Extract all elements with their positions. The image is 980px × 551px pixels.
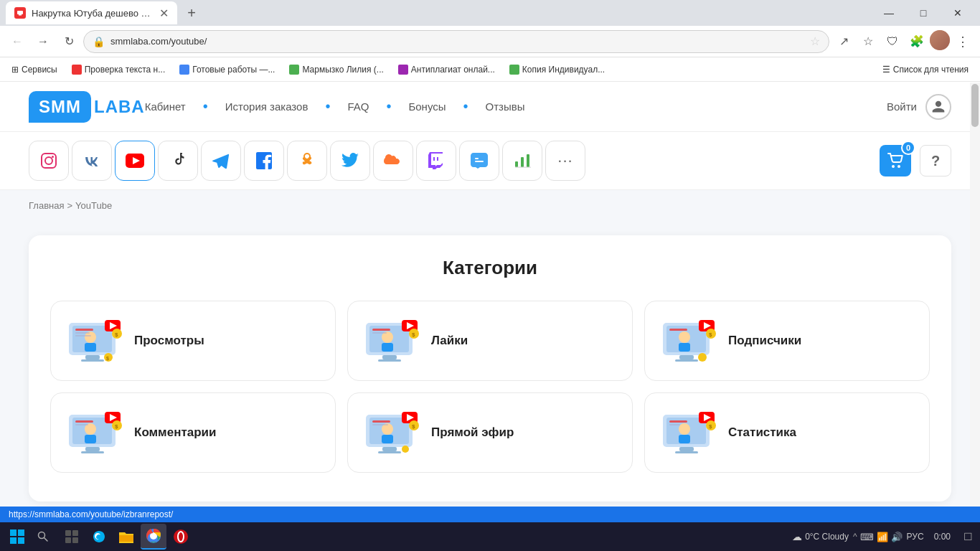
social-tiktok-button[interactable] bbox=[158, 141, 198, 181]
navigation-bar: ← → ↻ 🔒 smmlaba.com/youtube/ ☆ ↗ ☆ 🛡 🧩 ⋮ bbox=[0, 26, 980, 57]
social-ok-button[interactable] bbox=[287, 141, 327, 181]
extensions-icon[interactable]: 🧩 bbox=[905, 30, 928, 53]
category-subscribers[interactable]: $ Подписчики bbox=[644, 301, 930, 381]
svg-rect-86 bbox=[669, 420, 687, 423]
social-telegram-button[interactable] bbox=[201, 141, 241, 181]
taskbar-chrome-icon[interactable] bbox=[141, 524, 166, 550]
systray-chevron[interactable]: ^ bbox=[853, 532, 857, 542]
bookmark-kopiya[interactable]: Копия Индивидуал... bbox=[504, 62, 611, 77]
share-icon[interactable]: ↗ bbox=[832, 30, 855, 53]
taskbar-weather[interactable]: ☁ 0°C Cloudy bbox=[792, 531, 849, 542]
social-twitter-button[interactable] bbox=[330, 141, 370, 181]
scrollbar-thumb[interactable] bbox=[971, 84, 979, 127]
social-instagram-button[interactable] bbox=[29, 141, 69, 181]
taskbar-edge-icon[interactable] bbox=[86, 524, 112, 550]
site-header: SMM LABA Кабинет • История заказов • FAQ… bbox=[0, 82, 980, 132]
nav-cabinet[interactable]: Кабинет bbox=[145, 100, 186, 113]
svg-rect-70 bbox=[378, 451, 401, 453]
svg-point-84 bbox=[679, 423, 690, 435]
bookmark-checktext[interactable]: Проверка текста н... bbox=[66, 62, 171, 77]
active-tab[interactable]: Накрутка Ютуба дешево — куп... ✕ bbox=[6, 1, 177, 24]
category-live-icon: $ bbox=[362, 408, 420, 458]
nav-reviews[interactable]: Отзывы bbox=[486, 100, 525, 113]
category-views-icon: $ $ bbox=[65, 316, 123, 366]
svg-rect-11 bbox=[515, 161, 518, 167]
bookmark-star-icon[interactable]: ☆ bbox=[810, 34, 820, 48]
taskbar-start-button[interactable] bbox=[4, 524, 30, 550]
bookmark-readyworks[interactable]: Готовые работы —... bbox=[174, 62, 281, 77]
shield-icon[interactable]: 🛡 bbox=[881, 30, 904, 53]
bookmark-services[interactable]: ⊞ Сервисы bbox=[6, 62, 63, 77]
breadcrumb-home[interactable]: Главная bbox=[29, 200, 64, 211]
favorites-icon[interactable]: ☆ bbox=[857, 30, 880, 53]
forward-button[interactable]: → bbox=[32, 30, 55, 53]
nav-separator-3: • bbox=[386, 98, 391, 115]
bookmark-lilia[interactable]: Мармызко Лилия (... bbox=[283, 62, 389, 77]
comments-illustration: $ bbox=[65, 408, 126, 458]
social-soundcloud-button[interactable] bbox=[373, 141, 413, 181]
logo[interactable]: SMM LABA bbox=[29, 91, 145, 123]
svg-rect-37 bbox=[372, 329, 390, 331]
category-live[interactable]: $ Прямой эфир bbox=[347, 392, 633, 473]
reading-list-label: Список для чтения bbox=[893, 65, 969, 75]
window-controls: — □ ✕ bbox=[872, 0, 974, 26]
reload-button[interactable]: ↻ bbox=[57, 30, 80, 53]
social-analytics-button[interactable] bbox=[502, 141, 542, 181]
likes-illustration: $ bbox=[362, 316, 423, 366]
minimize-button[interactable]: — bbox=[872, 0, 905, 26]
nav-separator-2: • bbox=[325, 98, 330, 115]
taskbar-language[interactable]: РУС bbox=[907, 532, 924, 542]
category-comments-label: Комментарии bbox=[134, 425, 216, 440]
svg-rect-82 bbox=[679, 447, 694, 451]
social-twitch-button[interactable] bbox=[416, 141, 456, 181]
systray-network-icon[interactable]: 📶 bbox=[877, 532, 888, 542]
nav-orders[interactable]: История заказов bbox=[225, 100, 308, 113]
taskbar-opera-icon[interactable] bbox=[168, 524, 194, 550]
user-icon-button[interactable] bbox=[925, 94, 951, 120]
scrollbar-track[interactable] bbox=[970, 83, 980, 507]
taskbar-apps-icon[interactable] bbox=[59, 524, 85, 550]
tab-close-button[interactable]: ✕ bbox=[159, 6, 169, 20]
social-facebook-button[interactable] bbox=[244, 141, 284, 181]
nav-orders-label: История заказов bbox=[225, 100, 308, 113]
bookmark-favicon bbox=[72, 65, 82, 75]
systray-keyboard-icon[interactable]: ⌨ bbox=[860, 532, 874, 542]
social-vk-button[interactable] bbox=[72, 141, 112, 181]
category-likes[interactable]: $ Лайки bbox=[347, 301, 633, 381]
tab-bar: Накрутка Ютуба дешево — куп... ✕ + — □ ✕ bbox=[0, 0, 980, 26]
nav-bonuses[interactable]: Бонусы bbox=[408, 100, 446, 113]
svg-point-79 bbox=[402, 446, 409, 453]
social-more-button[interactable]: ··· bbox=[545, 141, 585, 181]
help-button[interactable]: ? bbox=[920, 145, 951, 176]
new-tab-button[interactable]: + bbox=[180, 1, 203, 24]
settings-menu-icon[interactable]: ⋮ bbox=[951, 30, 974, 53]
login-button[interactable]: Войти bbox=[887, 100, 917, 113]
svg-point-54 bbox=[698, 353, 707, 362]
taskbar-explorer-icon[interactable] bbox=[113, 524, 139, 550]
taskbar-search-button[interactable] bbox=[32, 525, 55, 548]
taskbar-notification-icon[interactable]: ☐ bbox=[961, 531, 976, 542]
bookmark-antiplagiat[interactable]: Антиплагиат онлай... bbox=[392, 62, 501, 77]
category-views[interactable]: $ $ Просмотры bbox=[50, 301, 336, 381]
maximize-button[interactable]: □ bbox=[907, 0, 940, 26]
svg-rect-2 bbox=[42, 154, 56, 168]
systray-volume-icon[interactable]: 🔊 bbox=[891, 532, 903, 542]
taskbar-clock[interactable]: 0:00 bbox=[928, 532, 956, 542]
social-youtube-button[interactable] bbox=[115, 141, 155, 181]
bookmark-favicon bbox=[289, 65, 299, 75]
category-comments[interactable]: $ Комментарии bbox=[50, 392, 336, 473]
address-bar[interactable]: 🔒 smmlaba.com/youtube/ ☆ bbox=[83, 30, 829, 53]
category-subscribers-label: Подписчики bbox=[728, 334, 801, 348]
bookmark-label: Готовые работы —... bbox=[192, 65, 275, 75]
back-button[interactable]: ← bbox=[6, 30, 29, 53]
profile-avatar[interactable] bbox=[930, 30, 950, 50]
site-wrapper: SMM LABA Кабинет • История заказов • FAQ… bbox=[0, 82, 980, 551]
close-button[interactable]: ✕ bbox=[941, 0, 974, 26]
svg-rect-62 bbox=[75, 424, 88, 425]
category-stats[interactable]: $ Статистика bbox=[644, 392, 930, 473]
nav-faq[interactable]: FAQ bbox=[347, 100, 369, 113]
taskbar-pinned-apps bbox=[59, 524, 194, 550]
tab-favicon bbox=[14, 7, 26, 19]
reading-list-button[interactable]: ☰ Список для чтения bbox=[877, 62, 974, 77]
social-chat-button[interactable] bbox=[459, 141, 499, 181]
